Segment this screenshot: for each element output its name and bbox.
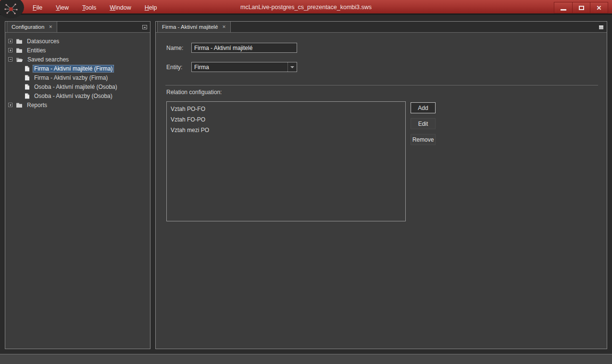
add-button[interactable]: Add xyxy=(411,102,436,113)
panel-window-button[interactable] xyxy=(141,24,148,31)
relation-buttons: Add Edit Remove xyxy=(411,102,436,150)
tab-configuration-label: Configuration xyxy=(12,24,44,30)
relation-list-item[interactable]: Vztah PO-FO xyxy=(167,104,405,114)
document-icon xyxy=(25,84,30,90)
tree-item-reports[interactable]: Reports xyxy=(5,100,150,109)
relation-list-item[interactable]: Vztah mezi PO xyxy=(167,125,405,135)
close-icon: ✕ xyxy=(597,5,602,11)
entity-selected-value: Firma xyxy=(192,64,287,71)
left-tabstrip: Configuration ✕ xyxy=(5,22,150,33)
document-icon xyxy=(25,93,30,99)
panel-maximize-icon xyxy=(599,25,603,29)
app-logo-icon xyxy=(0,0,24,18)
tab-editor-label: Firma - Aktivní majitelé xyxy=(162,24,218,30)
edit-button[interactable]: Edit xyxy=(411,118,436,129)
menu-help[interactable]: Help xyxy=(140,3,162,12)
section-divider xyxy=(165,85,598,85)
menu-view[interactable]: View xyxy=(51,3,74,12)
folder-open-icon xyxy=(16,57,23,62)
chevron-down-icon xyxy=(290,66,294,68)
tree-item-osoba-aktivn-majitel-osoba[interactable]: Osoba - Aktivní majitelé (Osoba) xyxy=(5,82,150,91)
tree-item-label: Firma - Aktivní vazby (Firma) xyxy=(33,74,109,82)
tree-item-osoba-aktivn-vazby-osoba[interactable]: Osoba - Aktivní vazby (Osoba) xyxy=(5,91,150,100)
tab-firma-aktivni-majitele[interactable]: Firma - Aktivní majitelé ✕ xyxy=(157,22,231,32)
entity-dropdown-button[interactable] xyxy=(287,62,297,72)
tree-item-label: Entities xyxy=(25,47,47,54)
tree-item-entities[interactable]: Entities xyxy=(5,46,150,55)
folder-icon xyxy=(16,48,23,53)
window-controls: ✕ xyxy=(554,2,608,13)
document-icon xyxy=(25,75,30,81)
menu-tools[interactable]: Tools xyxy=(77,3,101,12)
relation-list-item[interactable]: Vztah FO-PO xyxy=(167,114,405,125)
remove-button[interactable]: Remove xyxy=(411,134,436,145)
entity-select[interactable]: Firma xyxy=(191,62,297,72)
tree-item-label: Firma - Aktivní majitelé (Firma) xyxy=(33,65,114,73)
configuration-panel: Configuration ✕ DatasourcesEntitiesSaved… xyxy=(5,21,150,349)
expand-icon[interactable] xyxy=(8,103,12,107)
tree-item-label: Osoba - Aktivní majitelé (Osoba) xyxy=(33,83,119,91)
minimize-button[interactable] xyxy=(554,2,572,13)
maximize-icon xyxy=(579,6,584,10)
tree-item-label: Reports xyxy=(25,101,49,109)
collapse-icon[interactable] xyxy=(8,57,12,61)
editor-content: Name: Entity: Firma Relation configuatio… xyxy=(156,33,607,349)
menu-file[interactable]: File xyxy=(28,3,47,12)
window-title: mcLanLive-postgres_cs_prezentace_kombi3.… xyxy=(240,4,372,11)
tree-item-saved-searches[interactable]: Saved searches xyxy=(5,55,150,64)
expand-icon[interactable] xyxy=(8,39,12,43)
tree-item-label: Datasources xyxy=(25,37,61,45)
editor-panel: Firma - Aktivní majitelé ✕ Name: Entity:… xyxy=(155,21,607,349)
configuration-tree: DatasourcesEntitiesSaved searchesFirma -… xyxy=(5,33,150,109)
tab-close-icon[interactable]: ✕ xyxy=(222,24,226,29)
tab-configuration[interactable]: Configuration ✕ xyxy=(7,22,57,32)
relation-configuration-label: Relation configuation: xyxy=(166,89,222,96)
tree-item-label: Saved searches xyxy=(26,56,70,63)
titlebar: FileViewToolsWindowHelp mcLanLive-postgr… xyxy=(0,0,612,15)
maximize-button[interactable] xyxy=(572,2,590,13)
document-icon xyxy=(25,66,30,72)
folder-icon xyxy=(16,102,23,108)
menu-window[interactable]: Window xyxy=(105,3,136,12)
entity-label: Entity: xyxy=(166,64,182,71)
close-button[interactable]: ✕ xyxy=(590,2,608,13)
status-bar xyxy=(0,354,612,364)
panel-window-icon xyxy=(142,25,147,29)
tree-item-label: Osoba - Aktivní vazby (Osoba) xyxy=(33,92,114,100)
relation-listbox[interactable]: Vztah PO-FOVztah FO-POVztah mezi PO xyxy=(166,101,406,221)
main-tabstrip: Firma - Aktivní majitelé ✕ xyxy=(156,22,607,33)
name-input[interactable] xyxy=(191,43,297,53)
minimize-icon xyxy=(561,9,566,11)
name-label: Name: xyxy=(166,45,183,51)
menubar: FileViewToolsWindowHelp xyxy=(28,0,162,15)
tree-item-firma-aktivn-vazby-firma[interactable]: Firma - Aktivní vazby (Firma) xyxy=(5,73,150,82)
tab-close-icon[interactable]: ✕ xyxy=(49,24,52,29)
tree-item-datasources[interactable]: Datasources xyxy=(5,36,150,46)
tree-item-firma-aktivn-majitel-firma[interactable]: Firma - Aktivní majitelé (Firma) xyxy=(5,64,150,73)
folder-icon xyxy=(16,38,23,44)
panel-maximize-button[interactable] xyxy=(598,24,605,31)
expand-icon[interactable] xyxy=(8,48,12,52)
